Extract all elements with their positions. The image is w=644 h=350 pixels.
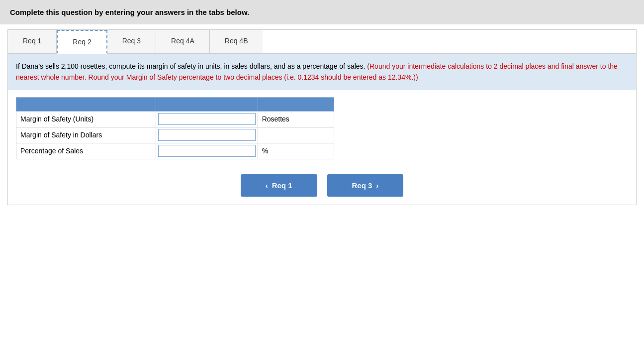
banner-text: Complete this question by entering your … [10,8,249,16]
prev-button[interactable]: ‹ Req 1 [241,174,317,197]
next-button[interactable]: Req 3 › [327,174,404,197]
row-label-dollars: Margin of Safety in Dollars [16,127,156,143]
row-unit-units: Rosettes [258,111,334,127]
tab-req4a[interactable]: Req 4A [156,30,210,53]
table-section: Margin of Safety (Units) Rosettes Margin… [8,90,636,166]
data-table: Margin of Safety (Units) Rosettes Margin… [16,97,334,159]
table-row: Margin of Safety in Dollars [16,127,334,143]
input-units[interactable] [158,113,255,125]
col-header-2 [156,97,258,111]
row-input-dollars[interactable] [156,127,258,143]
tabs-container: Req 1 Req 2 Req 3 Req 4A Req 4B [7,29,637,53]
tab-req3[interactable]: Req 3 [107,30,156,53]
row-unit-percentage: % [258,143,334,159]
table-row: Percentage of Sales % [16,143,334,159]
row-input-units[interactable] [156,111,258,127]
row-unit-dollars [258,127,334,143]
row-label-percentage: Percentage of Sales [16,143,156,159]
tab-req2[interactable]: Req 2 [57,30,107,54]
input-percentage[interactable] [158,145,255,157]
prev-arrow: ‹ [266,181,268,190]
prev-label: Req 1 [272,181,292,190]
top-banner: Complete this question by entering your … [0,0,644,24]
tab-req4b[interactable]: Req 4B [210,30,263,53]
next-arrow: › [376,181,378,190]
row-label-units: Margin of Safety (Units) [16,111,156,127]
row-input-percentage[interactable] [156,143,258,159]
input-dollars[interactable] [158,129,255,141]
next-label: Req 3 [352,181,372,190]
content-area: If Dana’s sells 2,100 rosettes, compute … [7,53,637,205]
instruction-normal: If Dana’s sells 2,100 rosettes, compute … [16,62,365,70]
table-row: Margin of Safety (Units) Rosettes [16,111,334,127]
col-header-1 [16,97,156,111]
instruction-box: If Dana’s sells 2,100 rosettes, compute … [8,54,636,90]
buttons-row: ‹ Req 1 Req 3 › [8,166,636,205]
tab-req1[interactable]: Req 1 [8,30,57,53]
col-header-3 [258,97,334,111]
